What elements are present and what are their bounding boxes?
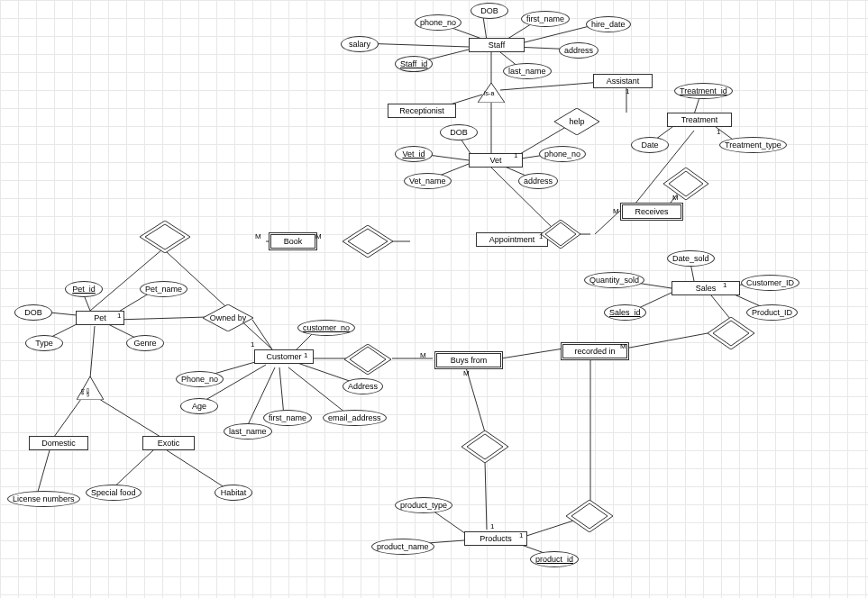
card-sales-1: 1 [723, 281, 726, 289]
entity-treatment[interactable]: Treatment [667, 113, 732, 127]
rel-diamond-1[interactable] [140, 221, 190, 253]
entity-buys-from[interactable]: Buys from [434, 351, 503, 369]
rel-diamond-6[interactable] [461, 430, 508, 463]
isa-pet[interactable]: can be [77, 376, 104, 400]
card-cust-1b: 1 [304, 351, 307, 359]
card-prod-1: 1 [490, 522, 494, 530]
rel-owned-by[interactable]: Owned by [203, 304, 253, 331]
attr-ex-habitat: Habitat [215, 485, 252, 501]
card-buys-m: M [420, 351, 426, 359]
attr-sales-id: Sales_id [604, 304, 646, 321]
card-assist-help: 1 [626, 87, 629, 95]
card-pet-1: 1 [117, 312, 121, 320]
attr-staff-phone: phone_no [415, 14, 461, 31]
attr-cust-no: customer_no [297, 320, 355, 336]
svg-line-44 [288, 367, 350, 416]
svg-line-58 [485, 461, 487, 530]
attr-sales-date: Date_sold [667, 250, 715, 267]
svg-marker-73 [140, 221, 190, 253]
svg-line-53 [167, 450, 230, 491]
attr-treatment-id: Treatment_id [674, 83, 733, 99]
attr-staff-salary: salary [341, 36, 379, 52]
entity-assistant[interactable]: Assistant [593, 74, 653, 88]
attr-sales-cust: Customer_ID [741, 275, 799, 291]
card-treat-rec: 1 [717, 128, 720, 136]
attr-pet-type: Type [25, 335, 63, 351]
entity-book[interactable]: Book [269, 232, 317, 250]
attr-prod-id: product_id [530, 551, 579, 567]
svg-marker-83 [461, 430, 508, 463]
rel-diamond-4[interactable] [663, 168, 708, 200]
attr-sales-qty: Quantity_sold [584, 272, 644, 288]
attr-sales-prod: Product_ID [746, 304, 798, 321]
attr-staff-hire: hire_date [586, 16, 631, 32]
entity-appointment[interactable]: Appointment [476, 232, 548, 247]
card-book-m1: M [255, 232, 261, 240]
svg-line-30 [167, 252, 272, 349]
attr-staff-id: Staff_id [395, 56, 433, 72]
attr-pet-id: Pet_id [65, 281, 103, 297]
svg-line-43 [279, 367, 284, 416]
card-rec-m3: M [620, 342, 626, 350]
card-vet-help: 1 [514, 151, 517, 159]
svg-marker-75 [343, 225, 393, 258]
attr-treatment-date: Date [631, 137, 669, 153]
svg-line-49 [54, 399, 81, 437]
entity-receives[interactable]: Receives [620, 203, 683, 221]
svg-line-62 [625, 333, 708, 349]
card-cust-1: 1 [251, 340, 254, 349]
attr-staff-addr: address [559, 42, 598, 59]
entity-recorded-in[interactable]: recorded in [561, 342, 629, 360]
svg-marker-77 [541, 220, 580, 249]
attr-staff-last: last_name [503, 63, 552, 79]
entity-sales[interactable]: Sales [672, 281, 740, 295]
svg-marker-85 [566, 500, 613, 532]
attr-vet-id: Vet_id [395, 146, 433, 162]
svg-line-37 [115, 317, 207, 320]
entity-receptionist[interactable]: Receptionist [388, 104, 456, 118]
svg-marker-81 [344, 344, 391, 375]
attr-cust-email: email_address [323, 410, 387, 426]
rel-diamond-2[interactable] [343, 225, 393, 258]
rel-diamond-8[interactable] [708, 317, 754, 349]
svg-line-59 [501, 349, 563, 358]
attr-vet-phone: phone_no [539, 146, 586, 162]
entity-domestic[interactable]: Domestic [29, 436, 88, 450]
attr-prod-name: product_name [371, 539, 434, 555]
svg-line-48 [90, 326, 95, 378]
attr-treatment-type: Treatment_type [719, 137, 787, 153]
rel-help[interactable]: help [554, 108, 599, 135]
attr-staff-first: first_name [521, 11, 570, 27]
attr-vet-addr: address [518, 173, 558, 189]
attr-staff-dob: DOB [471, 3, 508, 19]
attr-pet-dob: DOB [14, 304, 52, 321]
entity-products[interactable]: Products [464, 531, 527, 546]
entity-staff[interactable]: Staff [469, 38, 525, 52]
rel-diamond-5[interactable] [344, 344, 391, 375]
attr-prod-type: product_type [395, 497, 452, 513]
attr-pet-genre: Genre [126, 335, 164, 351]
svg-marker-79 [663, 168, 708, 200]
svg-line-38 [252, 320, 272, 349]
card-rec-m: M [672, 194, 679, 202]
isa-staff[interactable]: is-a [478, 83, 505, 103]
card-book-m2: M [315, 232, 322, 240]
attr-cust-first: first_name [263, 410, 312, 426]
svg-marker-87 [708, 317, 754, 349]
rel-diamond-7[interactable] [566, 500, 613, 532]
attr-dom-license: License numbers [7, 491, 80, 507]
svg-line-50 [99, 399, 160, 437]
entity-exotic[interactable]: Exotic [142, 436, 195, 450]
attr-vet-name: Vet_name [404, 173, 452, 189]
er-diagram-canvas[interactable]: Staff Assistant Receptionist Vet Treatme… [0, 0, 868, 598]
attr-pet-name: Pet_name [140, 281, 187, 297]
card-appt-1: 1 [539, 232, 543, 240]
rel-diamond-3[interactable] [541, 220, 580, 249]
attr-ex-food: Special food [86, 485, 142, 501]
attr-cust-addr: Address [343, 378, 383, 394]
card-rec-m2: M [613, 207, 619, 215]
card-prod-1b: 1 [519, 531, 523, 539]
attr-cust-age: Age [180, 398, 218, 414]
attr-cust-phone: Phone_no [176, 371, 224, 387]
card-buys-m2: M [463, 369, 470, 377]
